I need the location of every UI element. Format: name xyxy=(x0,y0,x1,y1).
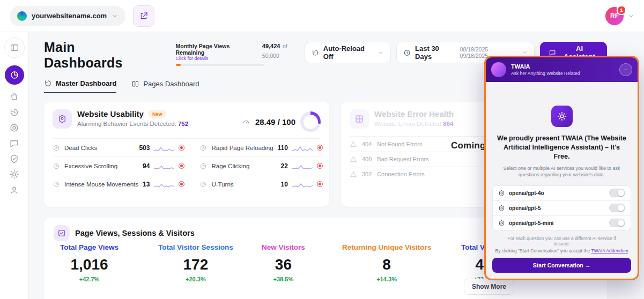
metric-label: Rapid Page Reloading xyxy=(211,145,273,151)
card-title: Website Error Health xyxy=(374,109,454,118)
quota-details-link[interactable]: Click for details xyxy=(176,56,257,61)
metric-row: Excessive Scrolling 94 xyxy=(53,157,184,175)
auto-reload-label: Auto-Reload Off xyxy=(323,44,374,61)
avatar[interactable]: RF 1 xyxy=(605,7,624,25)
gear-icon xyxy=(551,106,573,127)
sidebar-item-shield[interactable] xyxy=(9,151,19,167)
quota-used: 49,424 xyxy=(262,43,280,49)
metric-value: 94 xyxy=(143,162,150,170)
record-dot-icon xyxy=(179,163,184,169)
metric-label: U-Turns xyxy=(211,181,276,188)
open-site-button[interactable] xyxy=(133,5,154,27)
sidebar-item-bag[interactable] xyxy=(9,89,19,104)
error-label: 302 - Connection Errors xyxy=(362,171,425,177)
history-icon xyxy=(44,79,52,87)
usability-icon xyxy=(53,109,72,129)
metric-label: Total Page Views xyxy=(60,243,119,251)
record-dot-icon xyxy=(317,181,323,187)
assistant-tagline: Ask her Anything Website Related xyxy=(511,71,580,77)
start-conversation-button[interactable]: Start Conversation → xyxy=(492,258,631,273)
card-subtitle: Website Errors Detected 864 xyxy=(374,121,454,127)
metric-label: Intense Mouse Movements xyxy=(64,181,138,188)
toggle-knob xyxy=(618,220,624,226)
site-logo-icon xyxy=(17,11,27,21)
sidebar-item-target[interactable] xyxy=(9,120,19,136)
sidebar-item-history[interactable] xyxy=(9,104,19,120)
chevron-down-icon xyxy=(628,13,634,19)
ai-service-list: openai/gpt-4o openai/gpt-5 openai/gpt-5-… xyxy=(492,185,631,231)
show-more-button[interactable]: Show More xyxy=(464,279,514,295)
account-menu[interactable]: RF 1 xyxy=(605,7,634,25)
record-dot-icon xyxy=(317,163,323,169)
refresh-icon xyxy=(312,49,319,57)
metric-column: Returning Unique Visitors 8 +14.3% xyxy=(342,243,431,282)
service-toggle[interactable] xyxy=(609,189,625,197)
minimize-button[interactable]: – xyxy=(619,63,632,76)
legal-text: By clicking "Start Conversation" you acc… xyxy=(492,248,631,253)
gauge-icon xyxy=(242,117,250,126)
sidebar-item-settings[interactable] xyxy=(9,167,19,182)
sidebar-item-dashboard[interactable] xyxy=(5,65,24,85)
auto-reload-dropdown[interactable]: Auto-Reload Off xyxy=(305,42,391,63)
twaia-assistant-panel: TWAIA Ask her Anything Website Related –… xyxy=(484,56,639,280)
assistant-subtext: Select one or multiple AI services you w… xyxy=(499,165,625,178)
compass-icon xyxy=(199,144,207,152)
chevron-down-icon xyxy=(522,50,528,55)
quota-label: Monthly Page Views Remaining xyxy=(176,43,257,56)
card-subtitle: Alarming Behavior Events Detected: 752 xyxy=(77,121,188,127)
metric-value: 10 xyxy=(281,181,288,188)
metric-label: New Visitors xyxy=(262,243,305,251)
quota-progress-bar xyxy=(176,64,264,66)
sidebar-item-account[interactable] xyxy=(9,182,19,198)
warning-triangle-icon xyxy=(350,155,357,163)
tab-pages-dashboard[interactable]: Pages Dashboard xyxy=(131,79,199,93)
tab-label: Pages Dashboard xyxy=(143,80,199,88)
record-dot-icon xyxy=(179,181,184,187)
metric-value: 172 xyxy=(183,256,209,273)
record-dot-icon xyxy=(179,145,184,151)
metric-value: 110 xyxy=(278,144,288,152)
sidebar-item-chat[interactable] xyxy=(9,136,19,151)
assistant-heading: We proudly present TWAIA (The Website Ar… xyxy=(497,134,627,161)
metric-column: Total Page Views 1,016 +42.7% xyxy=(60,243,119,282)
metric-row: Intense Mouse Movements 13 xyxy=(53,175,184,193)
ai-service-row: openai/gpt-5 xyxy=(493,201,631,216)
metric-value: 36 xyxy=(275,256,292,273)
metric-delta: +42.7% xyxy=(79,276,100,282)
metric-row: Rapid Page Reloading 110 xyxy=(199,139,322,157)
website-usability-card: Website Usability New Alarming Behavior … xyxy=(44,102,329,207)
warning-triangle-icon xyxy=(350,140,357,148)
metric-label: Dead Clicks xyxy=(64,145,135,151)
metric-label: Excessive Scrolling xyxy=(64,163,138,169)
pageview-quota: Monthly Page Views Remaining Click for d… xyxy=(176,41,305,66)
errors-detected-count: 864 xyxy=(443,121,453,127)
ai-service-label: openai/gpt-5-mini xyxy=(509,220,553,226)
card-title: Page Views, Sessions & Visitors xyxy=(75,229,195,237)
sparkline-chart xyxy=(154,162,174,170)
site-selector[interactable]: yourwebsitename.com xyxy=(10,6,125,26)
pageviews-icon xyxy=(54,225,70,241)
ai-service-row: openai/gpt-4o xyxy=(493,186,631,201)
ai-service-row: openai/gpt-5-mini xyxy=(493,216,631,230)
error-label: 404 - Not Found Errors xyxy=(362,141,423,147)
sidebar-nav xyxy=(0,32,29,299)
compass-icon xyxy=(53,162,60,170)
sidebar-toggle-icon[interactable] xyxy=(4,38,25,58)
tab-master-dashboard[interactable]: Master Dashboard xyxy=(44,79,116,93)
score-ring-chart xyxy=(300,111,321,132)
openai-icon xyxy=(498,220,505,227)
warning-triangle-icon xyxy=(350,170,357,178)
assistant-name: TWAIA xyxy=(511,63,580,71)
chevron-down-icon xyxy=(378,50,383,56)
assistant-avatar xyxy=(491,62,506,77)
metric-row: U-Turns 10 xyxy=(199,175,322,193)
date-preset-label: Last 30 Days xyxy=(415,44,456,61)
twaia-addendum-link[interactable]: TWAIA Addendum xyxy=(591,248,628,253)
service-toggle[interactable] xyxy=(609,219,625,227)
metric-row: Dead Clicks 503 xyxy=(53,139,184,157)
new-badge: New xyxy=(148,110,167,118)
metric-row: Rage Clicking 22 xyxy=(199,157,322,175)
assistant-body: We proudly present TWAIA (The Website Ar… xyxy=(486,82,638,279)
metric-delta: +14.3% xyxy=(376,276,397,282)
service-toggle[interactable] xyxy=(609,204,625,212)
